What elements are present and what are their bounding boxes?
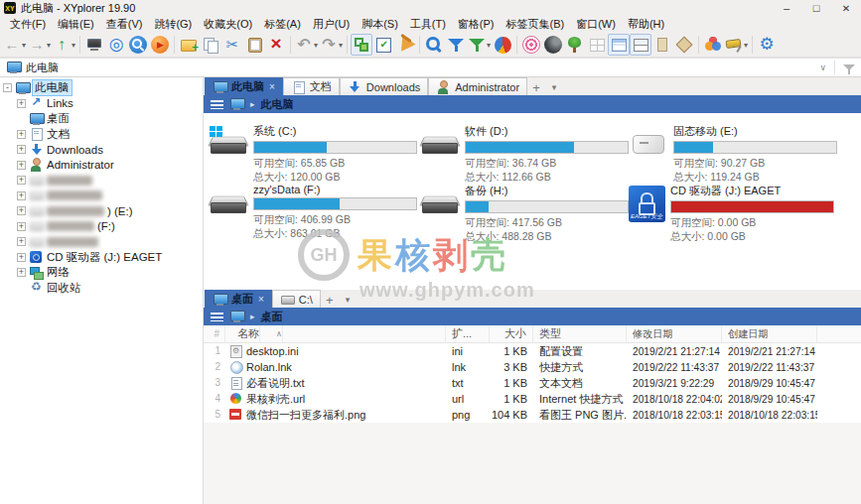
close-button[interactable] bbox=[831, 0, 861, 16]
tree-expander[interactable]: + bbox=[17, 206, 26, 215]
tree-item[interactable]: + Downloads bbox=[0, 142, 203, 158]
tree-item[interactable]: + bbox=[0, 173, 203, 189]
drive-tile[interactable]: 固态移动 (E:) 可用空间: 90.27 GB 总大小: 119.24 GB bbox=[629, 123, 861, 183]
close-tab-icon[interactable]: × bbox=[269, 81, 275, 92]
tree-expander[interactable]: + bbox=[17, 99, 26, 108]
menu-item[interactable]: 窗格(P) bbox=[452, 17, 501, 32]
tree-expander[interactable]: + bbox=[17, 191, 26, 200]
up-button[interactable]: ▾ bbox=[52, 34, 76, 56]
tab[interactable]: 此电脑 × bbox=[205, 77, 283, 95]
file-row[interactable]: 4 果核剥壳.url url 1 KB Internet 快捷方式 2018/1… bbox=[204, 391, 861, 407]
menu-item[interactable]: 窗口(W) bbox=[570, 17, 622, 32]
menu-item[interactable]: 查看(V) bbox=[100, 17, 149, 32]
kite-button[interactable]: ▾ bbox=[673, 34, 695, 56]
tab-list-dropdown-icon[interactable] bbox=[545, 79, 563, 95]
address-dropdown-icon[interactable]: ∨ bbox=[819, 63, 826, 72]
new-folder-button[interactable]: ▾ bbox=[178, 34, 200, 56]
address-bar[interactable]: 此电脑 ∨ bbox=[0, 58, 861, 77]
go-button[interactable]: ▾ bbox=[149, 34, 171, 56]
tab[interactable]: Downloads × bbox=[340, 77, 428, 95]
visual-filter-button[interactable]: ▾ bbox=[467, 34, 492, 56]
zoom-button[interactable]: ▾ bbox=[127, 34, 149, 56]
redo-button[interactable]: ▾ bbox=[319, 34, 344, 56]
delete-button[interactable]: ▾ bbox=[265, 34, 287, 56]
find-files-button[interactable]: ▾ bbox=[423, 34, 445, 56]
drive-tile[interactable]: 系统 (C:) 可用空间: 65.85 GB 总大小: 120.00 GB bbox=[209, 123, 420, 183]
dropdown-caret-icon[interactable]: ▾ bbox=[72, 41, 75, 50]
hamburger-menu-icon[interactable] bbox=[211, 313, 223, 321]
dropdown-caret-icon[interactable]: ▾ bbox=[744, 41, 748, 50]
menu-item[interactable]: 跳转(G) bbox=[148, 17, 198, 32]
show-tree-button[interactable]: ▾ bbox=[351, 34, 372, 56]
menu-item[interactable]: 脚本(S) bbox=[356, 17, 404, 32]
maximize-button[interactable] bbox=[801, 0, 831, 16]
tree-item[interactable]: + (F:) bbox=[0, 219, 203, 235]
column-type[interactable]: 类型 bbox=[533, 325, 627, 342]
dropdown-caret-icon[interactable]: ▾ bbox=[47, 41, 51, 50]
drive-tile[interactable]: 备份 (H:) 可用空间: 417.56 GB 总大小: 488.28 GB bbox=[420, 183, 629, 242]
file-row[interactable]: 1 desktop.ini ini 1 KB 配置设置 2019/2/21 21… bbox=[204, 343, 861, 359]
tree-expander[interactable]: - bbox=[3, 83, 12, 92]
tree-item[interactable]: + CD 驱动器 (J:) EAGET bbox=[0, 250, 203, 266]
tree-item[interactable]: + 文档 bbox=[0, 127, 203, 143]
tree-item[interactable]: + bbox=[0, 189, 203, 204]
details-view-button[interactable]: ▾ bbox=[608, 34, 630, 56]
dark-mode-button[interactable]: ▾ bbox=[542, 34, 564, 56]
tree-item[interactable]: + bbox=[0, 234, 203, 250]
column-extension[interactable]: 扩... bbox=[446, 325, 490, 342]
tree-expander[interactable]: + bbox=[17, 268, 26, 277]
new-tab-button[interactable] bbox=[321, 292, 339, 308]
paste-button[interactable]: ▾ bbox=[243, 34, 265, 56]
filter-button[interactable]: ▾ bbox=[445, 34, 467, 56]
tree-item[interactable]: + Administrator bbox=[0, 158, 203, 174]
checkbox-selection-button[interactable]: ▾ bbox=[372, 34, 394, 56]
dropdown-caret-icon[interactable]: ▾ bbox=[314, 41, 318, 50]
file-row[interactable]: 5 微信扫一扫更多福利.png png 104 KB 看图王 PNG 图片...… bbox=[204, 407, 861, 423]
color-filter-button[interactable]: ▾ bbox=[702, 34, 724, 56]
forward-button[interactable]: ▾ bbox=[27, 34, 52, 56]
menu-item[interactable]: 用户(U) bbox=[307, 17, 356, 32]
column-index[interactable]: # bbox=[204, 325, 225, 342]
settings-button[interactable]: ▾ bbox=[756, 34, 778, 56]
tree-expander[interactable]: + bbox=[17, 176, 26, 185]
column-name[interactable]: 名称 bbox=[225, 325, 446, 342]
tree-expander[interactable]: + bbox=[17, 145, 26, 154]
file-row[interactable]: 3 必看说明.txt txt 1 KB 文本文档 2019/3/21 9:22:… bbox=[204, 375, 861, 391]
new-tab-button[interactable] bbox=[527, 79, 545, 95]
menu-item[interactable]: 编辑(E) bbox=[52, 17, 100, 32]
grid-view-button[interactable]: ▾ bbox=[586, 34, 608, 56]
drive-tile[interactable]: 软件 (D:) 可用空间: 36.74 GB 总大小: 112.66 GB bbox=[420, 123, 629, 183]
tree-item[interactable]: - 此电脑 bbox=[0, 80, 203, 96]
paint-roller-button[interactable]: ▾ bbox=[724, 34, 749, 56]
tree-expander[interactable]: + bbox=[17, 237, 26, 246]
computer-button[interactable]: ▾ bbox=[83, 34, 105, 56]
close-tab-icon[interactable]: × bbox=[258, 294, 264, 305]
back-button[interactable]: ▾ bbox=[2, 34, 27, 56]
tab-list-dropdown-icon[interactable] bbox=[339, 292, 357, 308]
pizza-button[interactable]: ▾ bbox=[394, 34, 416, 56]
hotlist-button[interactable]: ▾ bbox=[105, 34, 127, 56]
tree-item[interactable]: + ) (E:) bbox=[0, 203, 203, 219]
dropdown-caret-icon[interactable]: ▾ bbox=[339, 41, 343, 50]
breadcrumb-label[interactable]: 桌面 bbox=[261, 310, 283, 324]
tab[interactable]: 文档 × bbox=[283, 77, 340, 95]
menu-item[interactable]: 帮助(H) bbox=[622, 17, 670, 32]
spiral-button[interactable]: ▾ bbox=[520, 34, 542, 56]
cut-button[interactable]: ▾ bbox=[221, 34, 243, 56]
minimize-button[interactable] bbox=[772, 0, 801, 16]
tree-expander[interactable]: + bbox=[17, 253, 26, 262]
column-size[interactable]: 大小 bbox=[490, 325, 533, 342]
file-row[interactable]: 2 Rolan.lnk lnk 3 KB 快捷方式 2019/2/22 11:4… bbox=[204, 359, 861, 375]
tree-item[interactable]: + 网络 bbox=[0, 265, 203, 281]
address-value[interactable]: 此电脑 bbox=[26, 61, 59, 75]
folder-tree-button[interactable]: ▾ bbox=[564, 34, 586, 56]
copy-button[interactable]: ▾ bbox=[200, 34, 221, 56]
dropdown-caret-icon[interactable]: ▾ bbox=[22, 41, 26, 50]
filter-funnel-icon[interactable] bbox=[843, 64, 855, 70]
menu-item[interactable]: 标签页集(B) bbox=[501, 17, 571, 32]
tree-item[interactable]: 桌面 bbox=[0, 111, 203, 127]
tab[interactable]: Administrator × bbox=[428, 77, 527, 95]
menu-item[interactable]: 工具(T) bbox=[404, 17, 452, 32]
dropdown-caret-icon[interactable]: ▾ bbox=[487, 41, 491, 50]
tree-expander[interactable]: + bbox=[17, 130, 26, 139]
